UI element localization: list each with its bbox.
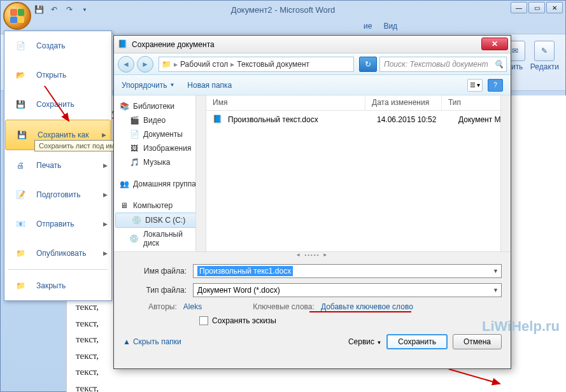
keywords-value[interactable]: Добавьте ключевое слово bbox=[321, 302, 413, 311]
window-title: Документ2 - Microsoft Word bbox=[231, 5, 336, 15]
tree-scrollbar[interactable] bbox=[195, 95, 206, 251]
qat-dropdown-icon[interactable]: ▼ bbox=[78, 3, 91, 16]
qat-undo-icon[interactable]: ↶ bbox=[48, 3, 60, 16]
libraries-icon: 📚 bbox=[119, 101, 129, 111]
office-logo-icon bbox=[10, 9, 24, 23]
file-list: Имя Дата изменения Тип 📘 Произвольный те… bbox=[206, 95, 511, 251]
qat-redo-icon[interactable]: ↷ bbox=[63, 3, 76, 16]
tab-fragment-1[interactable]: ие bbox=[364, 22, 372, 31]
service-button[interactable]: Сервис ▼ bbox=[348, 337, 381, 346]
docx-file-icon: 📘 bbox=[213, 115, 223, 125]
panel-resizer[interactable]: ◄ ••••• ► bbox=[114, 251, 511, 258]
titlebar: 💾 ↶ ↷ ▼ Документ2 - Microsoft Word — ▭ ✕ bbox=[1, 1, 565, 18]
annotation-underline bbox=[309, 311, 411, 312]
word-file-icon: 📘 bbox=[118, 39, 128, 50]
qat-save-icon[interactable]: 💾 bbox=[32, 3, 45, 16]
video-icon: 🎬 bbox=[129, 115, 139, 125]
disk-icon: 💿 bbox=[129, 234, 139, 244]
dialog-bottom: Имя файла: Произвольный текс1.docx ▼ Тип… bbox=[114, 258, 511, 356]
tree-local-disk[interactable]: 💿Локальный диск bbox=[114, 228, 206, 249]
nav-back-button[interactable]: ◄ bbox=[118, 56, 134, 73]
keywords-label: Ключевые слова: bbox=[253, 302, 315, 311]
organize-button[interactable]: Упорядочить ▼ bbox=[122, 81, 174, 90]
chevron-down-icon[interactable]: ▼ bbox=[493, 268, 499, 274]
tree-homegroup[interactable]: 👥Домашняя группа bbox=[114, 177, 206, 191]
chevron-right-icon: ▶ bbox=[103, 162, 108, 169]
col-name[interactable]: Имя bbox=[206, 95, 365, 110]
save-dialog: 📘 Сохранение документа ✕ ◄ ► 📁 ▸ Рабочий… bbox=[113, 35, 511, 369]
dialog-title: Сохранение документа bbox=[132, 40, 215, 49]
chevron-right-icon: ▶ bbox=[102, 132, 106, 138]
tree-documents[interactable]: 📄Документы bbox=[114, 127, 206, 141]
dialog-body: 📚Библиотеки 🎬Видео 📄Документы 🖼Изображен… bbox=[114, 95, 511, 251]
search-icon: 🔍 bbox=[494, 60, 504, 69]
minimize-button[interactable]: — bbox=[511, 2, 527, 13]
file-scrollbar[interactable] bbox=[500, 95, 511, 251]
file-row[interactable]: 📘 Произвольный текст.docx 14.06.2015 10:… bbox=[206, 111, 511, 129]
close-file-icon: 📁 bbox=[11, 276, 30, 295]
menu-send[interactable]: 📧 Отправить ▶ bbox=[4, 209, 111, 239]
pictures-icon: 🖼 bbox=[129, 143, 139, 153]
menu-create[interactable]: 📄 Создать bbox=[4, 31, 111, 60]
tab-view[interactable]: Вид bbox=[383, 22, 397, 31]
ribbon-group-edit[interactable]: ✎ Редакти bbox=[530, 41, 559, 71]
nav-forward-button[interactable]: ► bbox=[137, 56, 153, 73]
quick-access-toolbar: 💾 ↶ ↷ ▼ bbox=[32, 3, 91, 16]
menu-close[interactable]: 📁 Закрыть bbox=[4, 271, 111, 300]
office-button[interactable] bbox=[3, 2, 31, 30]
prepare-icon: 📝 bbox=[11, 185, 30, 204]
tree-music[interactable]: 🎵Музыка bbox=[114, 155, 206, 169]
filename-input[interactable]: Произвольный текс1.docx ▼ bbox=[193, 264, 502, 278]
dialog-titlebar: 📘 Сохранение документа ✕ bbox=[114, 36, 511, 53]
breadcrumb[interactable]: 📁 ▸ Рабочий стол ▸ Текстовый документ ▼ bbox=[159, 57, 354, 72]
publish-icon: 📁 bbox=[11, 244, 30, 263]
annotation-arrow-2 bbox=[446, 366, 509, 391]
chevron-right-icon: ▶ bbox=[103, 250, 108, 256]
save-as-tooltip: Сохранить лист под им bbox=[34, 140, 119, 151]
dialog-close-button[interactable]: ✕ bbox=[481, 38, 508, 50]
folder-icon: 📁 bbox=[162, 60, 171, 69]
save-as-icon: 💾 bbox=[12, 125, 31, 144]
refresh-button[interactable]: ↻ bbox=[359, 57, 377, 72]
watermark: LiWiHelp.ru bbox=[482, 318, 560, 335]
svg-line-0 bbox=[45, 86, 69, 121]
menu-publish[interactable]: 📁 Опубликовать ▶ bbox=[4, 239, 111, 268]
search-input[interactable]: Поиск: Текстовый документ 🔍 bbox=[379, 57, 507, 72]
filename-label: Имя файла: bbox=[123, 267, 193, 276]
close-button[interactable]: ✕ bbox=[546, 2, 563, 13]
svg-line-1 bbox=[449, 369, 500, 384]
maximize-button[interactable]: ▭ bbox=[528, 2, 545, 13]
folder-tree: 📚Библиотеки 🎬Видео 📄Документы 🖼Изображен… bbox=[114, 95, 206, 251]
chevron-down-icon[interactable]: ▼ bbox=[493, 287, 499, 293]
window-controls: — ▭ ✕ bbox=[511, 2, 563, 13]
tree-pictures[interactable]: 🖼Изображения bbox=[114, 141, 206, 155]
pencil-icon: ✎ bbox=[534, 41, 555, 61]
new-folder-button[interactable]: Новая папка bbox=[187, 81, 232, 90]
hide-folders-button[interactable]: ▲ Скрыть папки bbox=[123, 337, 181, 346]
save-thumbnail-checkbox[interactable] bbox=[199, 316, 208, 325]
menu-print[interactable]: 🖨 Печать ▶ bbox=[4, 151, 111, 180]
tree-video[interactable]: 🎬Видео bbox=[114, 113, 206, 127]
view-button[interactable]: ☰ ▾ bbox=[467, 79, 483, 92]
save-button[interactable]: Сохранить bbox=[386, 334, 448, 349]
annotation-arrow-1 bbox=[38, 83, 76, 127]
tree-disk-c[interactable]: 💿DISK C (C:) bbox=[115, 213, 204, 228]
printer-icon: 🖨 bbox=[11, 156, 30, 175]
send-icon: 📧 bbox=[11, 214, 30, 234]
menu-prepare[interactable]: 📝 Подготовить ▶ bbox=[4, 180, 111, 209]
col-date[interactable]: Дата изменения bbox=[365, 95, 442, 110]
menu-separator bbox=[8, 269, 108, 270]
dialog-nav: ◄ ► 📁 ▸ Рабочий стол ▸ Текстовый докумен… bbox=[114, 53, 511, 75]
music-icon: 🎵 bbox=[129, 157, 139, 167]
cancel-button[interactable]: Отмена bbox=[453, 334, 502, 349]
chevron-up-icon: ▲ bbox=[123, 337, 131, 346]
help-button[interactable]: ? bbox=[488, 79, 503, 92]
filetype-select[interactable]: Документ Word (*.docx) ▼ bbox=[193, 283, 502, 297]
authors-value[interactable]: Aleks bbox=[183, 302, 202, 311]
tree-computer[interactable]: 🖥Компьютер bbox=[114, 199, 206, 213]
filetype-label: Тип файла: bbox=[123, 286, 193, 295]
folder-open-icon: 📂 bbox=[11, 66, 30, 85]
computer-icon: 🖥 bbox=[119, 200, 129, 211]
tree-libraries[interactable]: 📚Библиотеки bbox=[114, 99, 206, 113]
disk-icon: 💿 bbox=[131, 215, 141, 225]
